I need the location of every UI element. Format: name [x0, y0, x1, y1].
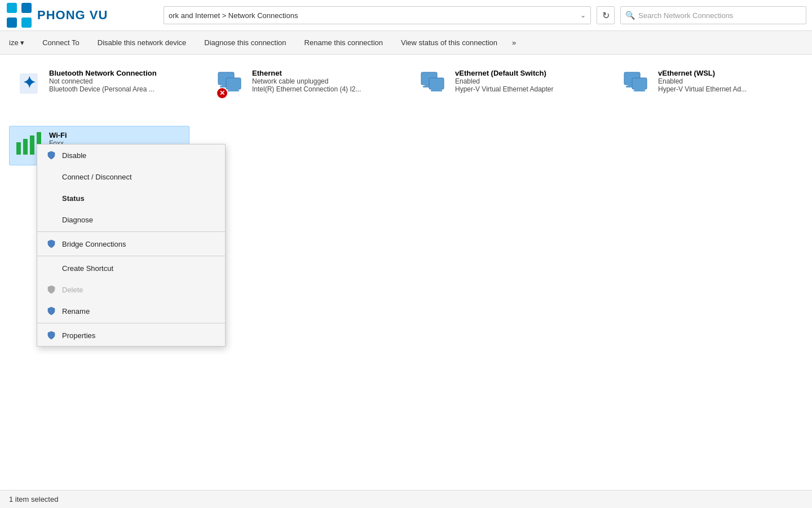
svg-rect-18: [431, 90, 442, 91]
ethernet-icon: ✕: [217, 69, 246, 98]
ctx-diagnose-label: Diagnose: [62, 216, 93, 224]
address-bar[interactable]: ork and Internet > Network Connections ⌄: [164, 6, 591, 24]
diagnose-button[interactable]: Diagnose this connection: [195, 31, 295, 54]
search-placeholder: Search Network Connections: [638, 11, 733, 20]
bluetooth-status: Not connected: [49, 77, 157, 85]
bluetooth-info: Bluetooth Network Connection Not connect…: [49, 69, 157, 93]
wifi-name: Wi-Fi: [49, 131, 69, 139]
refresh-button[interactable]: ↻: [597, 6, 615, 24]
status-text: 1 item selected: [9, 495, 58, 503]
ctx-disable[interactable]: Disable: [37, 144, 225, 166]
ctx-delete[interactable]: Delete: [37, 279, 225, 300]
search-icon: 🔍: [625, 11, 635, 20]
ethernet-name: Ethernet: [252, 69, 361, 77]
address-path: ork and Internet > Network Connections: [169, 11, 578, 20]
shield-placeholder-1: [46, 172, 56, 182]
vethernet-wsl-info: vEthernet (WSL) Enabled Hyper-V Virtual …: [658, 69, 747, 93]
error-badge: ✕: [217, 88, 227, 98]
vethernet-wsl-icon: [623, 69, 652, 98]
net-item-bluetooth[interactable]: ✦ Bluetooth Network Connection Not conne…: [9, 64, 189, 103]
ctx-create-shortcut-label: Create Shortcut: [62, 264, 113, 273]
ethernet-info: Ethernet Network cable unplugged Intel(R…: [252, 69, 361, 93]
rename-label: Rename this connection: [304, 38, 383, 47]
context-menu: Disable Connect / Disconnect Status Diag…: [37, 144, 226, 347]
svg-rect-3: [21, 17, 32, 28]
separator-2: [37, 256, 225, 256]
net-item-ethernet[interactable]: ✕ Ethernet Network cable unplugged Intel…: [212, 64, 392, 103]
ethernet-detail: Intel(R) Ethernet Connection (4) I2...: [252, 85, 361, 93]
svg-rect-12: [228, 90, 239, 91]
shield-properties-icon: [46, 330, 56, 340]
svg-rect-26: [23, 139, 28, 155]
svg-rect-11: [230, 88, 237, 90]
ethernet-status: Network cable unplugged: [252, 77, 361, 85]
address-chevron-icon[interactable]: ⌄: [580, 11, 586, 19]
svg-text:✦: ✦: [23, 74, 36, 91]
shield-bridge-icon: [46, 239, 56, 249]
shield-placeholder-2: [46, 193, 56, 203]
separator-1: [37, 231, 225, 232]
net-item-vethernet-default[interactable]: vEthernet (Default Switch) Enabled Hyper…: [415, 64, 595, 103]
separator-3: [37, 323, 225, 323]
top-bar: PHONG VU ork and Internet > Network Conn…: [0, 0, 812, 31]
shield-rename-icon: [46, 306, 56, 316]
vethernet-default-detail: Hyper-V Virtual Ethernet Adapter: [455, 85, 554, 93]
ctx-properties-label: Properties: [62, 331, 95, 340]
vethernet-default-name: vEthernet (Default Switch): [455, 69, 554, 77]
shield-placeholder-4: [46, 263, 56, 273]
svg-rect-1: [7, 17, 17, 28]
phongvu-logo-icon: [6, 2, 33, 29]
svg-rect-0: [7, 3, 17, 13]
ctx-status-label: Status: [62, 194, 85, 203]
svg-rect-17: [433, 88, 440, 90]
view-status-button[interactable]: View status of this connection: [392, 31, 506, 54]
toolbar: ize ▾ Connect To Disable this network de…: [0, 31, 812, 55]
search-bar[interactable]: 🔍 Search Network Connections: [620, 6, 806, 24]
vethernet-wsl-name: vEthernet (WSL): [658, 69, 747, 77]
shield-placeholder-3: [46, 214, 56, 225]
svg-rect-16: [429, 78, 444, 89]
logo-area: PHONG VU: [6, 2, 158, 29]
svg-rect-22: [632, 78, 647, 89]
diagnose-label: Diagnose this connection: [204, 38, 286, 47]
vethernet-default-status: Enabled: [455, 77, 554, 85]
ctx-bridge[interactable]: Bridge Connections: [37, 233, 225, 255]
more-button[interactable]: »: [506, 31, 522, 54]
organize-button[interactable]: ize ▾: [0, 31, 33, 54]
ctx-status[interactable]: Status: [37, 187, 225, 209]
ctx-connect-disconnect[interactable]: Connect / Disconnect: [37, 166, 225, 187]
bluetooth-name: Bluetooth Network Connection: [49, 69, 157, 77]
shield-delete-icon: [46, 284, 56, 295]
logo-text: PHONG VU: [37, 8, 108, 23]
ctx-connect-disconnect-label: Connect / Disconnect: [62, 173, 132, 181]
bluetooth-detail: Bluetooth Device (Personal Area ...: [49, 85, 157, 93]
bluetooth-icon: ✦: [14, 69, 43, 98]
organize-label: ize ▾: [9, 38, 24, 47]
net-item-vethernet-wsl[interactable]: vEthernet (WSL) Enabled Hyper-V Virtual …: [618, 64, 798, 103]
svg-rect-23: [636, 88, 643, 90]
shield-disable-icon: [46, 150, 56, 160]
vethernet-default-info: vEthernet (Default Switch) Enabled Hyper…: [455, 69, 554, 93]
ctx-properties[interactable]: Properties: [37, 325, 225, 346]
status-bar: 1 item selected: [0, 490, 812, 508]
ctx-rename[interactable]: Rename: [37, 300, 225, 322]
rename-button[interactable]: Rename this connection: [295, 31, 392, 54]
disable-button[interactable]: Disable this network device: [89, 31, 196, 54]
ctx-diagnose[interactable]: Diagnose: [37, 209, 225, 230]
ctx-delete-label: Delete: [62, 286, 83, 294]
svg-rect-27: [30, 135, 34, 155]
vethernet-wsl-detail: Hyper-V Virtual Ethernet Ad...: [658, 85, 747, 93]
svg-rect-2: [21, 3, 32, 13]
svg-rect-24: [634, 90, 645, 91]
ctx-rename-label: Rename: [62, 307, 90, 316]
vethernet-default-icon: [420, 69, 449, 98]
disable-label: Disable this network device: [98, 38, 187, 47]
vethernet-wsl-status: Enabled: [658, 77, 747, 85]
more-label: »: [512, 38, 516, 47]
view-status-label: View status of this connection: [401, 38, 497, 47]
ctx-disable-label: Disable: [62, 151, 86, 160]
ctx-create-shortcut[interactable]: Create Shortcut: [37, 257, 225, 279]
svg-rect-10: [226, 78, 241, 89]
svg-rect-25: [16, 142, 21, 155]
connect-to-button[interactable]: Connect To: [33, 31, 89, 54]
